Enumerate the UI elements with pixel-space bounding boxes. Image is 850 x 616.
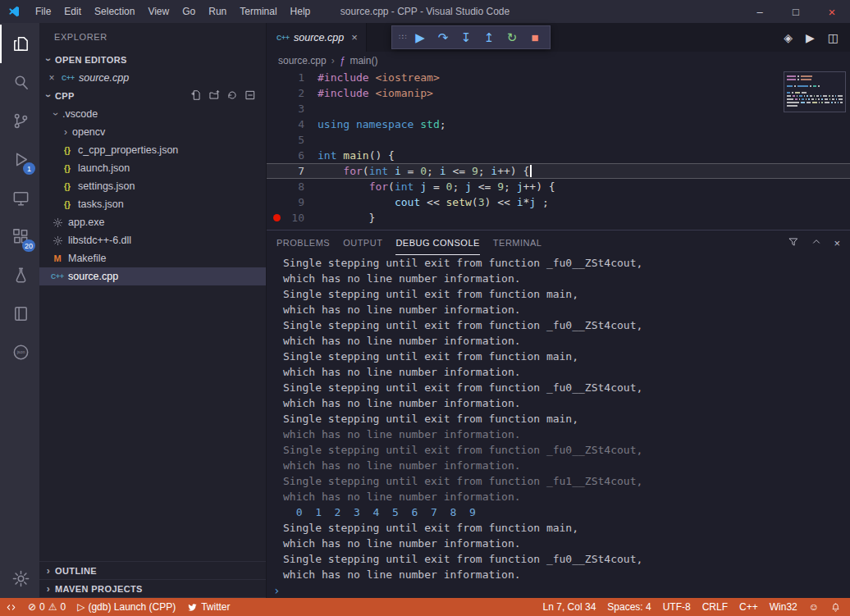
minimap-line: [787, 92, 843, 94]
step-into-icon[interactable]: ↧: [455, 26, 478, 48]
minimap-line: [787, 75, 843, 77]
tree-item-makefile[interactable]: MMakefile: [39, 249, 266, 267]
tree-item-tasks-json[interactable]: {}tasks.json: [39, 195, 266, 213]
minimap-line: [787, 89, 843, 90]
tree-item-libstdc-6-dll[interactable]: libstdc++-6.dll: [39, 231, 266, 249]
run-and-debug-icon[interactable]: 1: [0, 140, 39, 179]
maximize-button[interactable]: □: [778, 0, 814, 23]
line-number: 3: [267, 101, 318, 116]
line-number: 8: [267, 179, 318, 194]
close-button[interactable]: ×: [814, 0, 850, 23]
menu-edit[interactable]: Edit: [57, 0, 88, 23]
new-file-icon[interactable]: [190, 89, 202, 103]
breadcrumb-file[interactable]: source.cpp: [278, 55, 327, 66]
line-number: 6: [267, 148, 318, 163]
json-tools-icon[interactable]: json: [0, 333, 39, 372]
warning-count: 0: [61, 601, 66, 613]
status-crlf[interactable]: CRLF: [697, 598, 733, 616]
json-file-icon: {}: [59, 146, 75, 155]
testing-icon[interactable]: [0, 256, 39, 294]
menu-file[interactable]: File: [29, 0, 57, 23]
source-control-icon[interactable]: [0, 102, 39, 140]
panel-tab-output[interactable]: OUTPUT: [343, 230, 382, 255]
panel-tab-problems[interactable]: PROBLEMS: [276, 230, 330, 255]
tree-item-opencv[interactable]: ›opencv: [39, 123, 266, 141]
notifications-bell-icon[interactable]: [825, 598, 847, 616]
close-editor-icon[interactable]: ×: [46, 72, 57, 84]
explorer-icon[interactable]: [0, 25, 39, 63]
statusbar-right: Ln 7, Col 34Spaces: 4UTF-8CRLFC++Win32☺: [537, 598, 850, 616]
project-section-header[interactable]: › CPP: [39, 87, 266, 105]
debug-console-input[interactable]: ›: [267, 582, 850, 598]
code-line: 2#include <iomanip>: [267, 85, 850, 101]
binary-file-icon: [49, 235, 66, 246]
section-outline[interactable]: ›OUTLINE: [39, 562, 266, 580]
menu-terminal[interactable]: Terminal: [233, 0, 283, 23]
open-changes-icon[interactable]: ◈: [784, 31, 793, 44]
minimize-button[interactable]: –: [742, 0, 778, 23]
new-folder-icon[interactable]: [208, 89, 220, 103]
close-tab-icon[interactable]: ×: [351, 31, 358, 43]
step-over-icon[interactable]: ↷: [432, 26, 455, 48]
step-out-icon[interactable]: ↥: [478, 26, 500, 48]
open-editor-item-source-cpp[interactable]: ×C++source.cpp: [39, 69, 266, 87]
debug-launch-status[interactable]: ▷ (gdb) Launch (CPP): [71, 598, 181, 616]
minimap[interactable]: [784, 71, 846, 112]
extensions-icon[interactable]: 20: [0, 217, 39, 256]
restart-icon[interactable]: ↻: [500, 26, 523, 48]
filter-icon[interactable]: [788, 236, 799, 250]
drag-handle-icon[interactable]: ∷∷: [395, 26, 409, 48]
settings-icon[interactable]: [0, 559, 39, 598]
tree-item-label: libstdc++-6.dll: [68, 235, 131, 246]
tree-item-source-cpp[interactable]: C++source.cpp: [39, 267, 266, 285]
open-editors-header[interactable]: › OPEN EDITORS: [39, 51, 266, 69]
tree-item-label: opencv: [72, 126, 105, 138]
console-line: which has no line number information.: [283, 458, 850, 473]
cpp-file-icon: C++: [60, 74, 76, 82]
run-icon[interactable]: ▶: [806, 31, 815, 44]
maximize-panel-icon[interactable]: [811, 236, 822, 250]
tree-item-launch-json[interactable]: {}launch.json: [39, 159, 266, 177]
menu-view[interactable]: View: [141, 0, 176, 23]
status-spaces-4[interactable]: Spaces: 4: [601, 598, 656, 616]
open-editor-label: source.cpp: [79, 72, 129, 84]
menu-run[interactable]: Run: [202, 0, 233, 23]
menu-selection[interactable]: Selection: [88, 0, 141, 23]
continue-icon[interactable]: ▶: [409, 26, 432, 48]
panel-tab-terminal[interactable]: TERMINAL: [493, 230, 542, 255]
search-icon[interactable]: [0, 63, 39, 102]
notebook-icon[interactable]: [0, 294, 39, 333]
split-editor-icon[interactable]: ◫: [828, 31, 839, 44]
remote-explorer-icon[interactable]: [0, 179, 39, 217]
tab-source-cpp[interactable]: C++ source.cpp ×: [267, 23, 367, 52]
tree-item-c-cpp-properties-json[interactable]: {}c_cpp_properties.json: [39, 141, 266, 159]
console-line: Single stepping until exit from function…: [283, 520, 850, 536]
status-win32[interactable]: Win32: [764, 598, 803, 616]
menu-help[interactable]: Help: [284, 0, 318, 23]
breadcrumb-symbol[interactable]: main(): [350, 55, 377, 66]
section-maven-projects[interactable]: ›MAVEN PROJECTS: [39, 580, 266, 598]
code-editor[interactable]: 1#include <iostream>2#include <iomanip>3…: [267, 70, 850, 230]
status-c[interactable]: C++: [733, 598, 764, 616]
json-file-icon: {}: [59, 164, 75, 173]
tree-item-label: tasks.json: [78, 198, 124, 210]
status-utf-8[interactable]: UTF-8: [657, 598, 697, 616]
collapse-all-icon[interactable]: [244, 89, 256, 103]
problems-status[interactable]: ⊘ 0 ⚠ 0: [22, 598, 71, 616]
remote-indicator[interactable]: [0, 598, 22, 616]
panel-tab-debug-console[interactable]: DEBUG CONSOLE: [395, 230, 479, 255]
close-panel-icon[interactable]: ×: [834, 237, 840, 249]
menu-go[interactable]: Go: [176, 0, 202, 23]
chevron-right-icon: ›: [42, 565, 55, 577]
tree-item-app-exe[interactable]: app.exe: [39, 213, 266, 231]
breakpoint-icon[interactable]: [273, 214, 281, 221]
tree-item-settings-json[interactable]: {}settings.json: [39, 177, 266, 195]
twitter-status[interactable]: Twitter: [181, 598, 235, 616]
stop-icon[interactable]: ■: [523, 26, 546, 48]
code-line-content: for(int j = 0; j <= 9; j++) {: [318, 179, 850, 194]
tree-item-vscode[interactable]: ›.vscode: [39, 105, 266, 123]
debug-console-output[interactable]: Single stepping until exit from function…: [267, 255, 850, 582]
refresh-icon[interactable]: [226, 89, 238, 103]
status-ln-7-col-34[interactable]: Ln 7, Col 34: [537, 598, 602, 616]
feedback-icon[interactable]: ☺: [803, 598, 825, 616]
